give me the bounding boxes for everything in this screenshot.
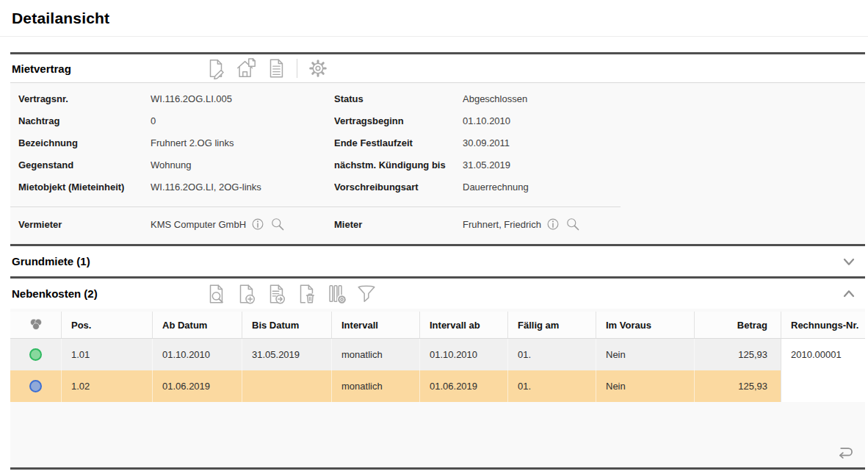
detail-view-page: Detailansicht Mietvertrag [0, 0, 868, 474]
parties-row: Vermieter KMS Computer GmbH Mieter Fruhn… [10, 207, 865, 241]
column-header[interactable]: Betrag [695, 312, 781, 338]
field-value: 0 [151, 110, 334, 132]
mietvertrag-body: Vertragsnr. WI.116.2OG.LI.005 Status Abg… [10, 83, 865, 244]
grundmiete-section-title: Grundmiete (1) [10, 255, 90, 267]
document-add-icon[interactable] [234, 282, 258, 306]
cell-ab-datum: 01.10.2010 [153, 339, 242, 370]
vermieter-label: Vermieter [18, 219, 151, 230]
table-header-row: Pos. Ab Datum Bis Datum Intervall Interv… [10, 312, 865, 339]
table-row-selected[interactable]: 1.02 01.06.2019 monatlich 01.06.2019 01.… [10, 370, 865, 402]
column-settings-icon[interactable] [325, 282, 348, 306]
column-header[interactable]: Ab Datum [153, 312, 242, 338]
document-copy-icon[interactable] [264, 282, 288, 306]
field-label: Mietobjekt (Mieteinheit) [18, 176, 151, 198]
cell-faellig-am: 01. [508, 370, 596, 402]
field-label: Vertragsbeginn [334, 110, 463, 132]
vermieter-value: KMS Computer GmbH [151, 219, 246, 230]
field-label: Vorschreibungsart [334, 176, 463, 198]
field-label: Vertragsnr. [18, 88, 151, 110]
cell-pos: 1.02 [62, 370, 153, 402]
field-label: Bezeichnung [18, 132, 151, 154]
cell-intervall-ab: 01.06.2019 [420, 370, 508, 402]
document-icon[interactable] [264, 57, 288, 80]
info-icon[interactable] [250, 216, 266, 232]
search-icon[interactable] [565, 216, 581, 232]
field-label: nächstm. Kündigung bis [334, 154, 463, 176]
field-value: 30.09.2011 [463, 132, 865, 154]
field-value: Abgeschlossen [463, 88, 865, 110]
field-value: WI.116.2OG.LI.005 [151, 88, 334, 110]
info-icon[interactable] [545, 216, 561, 232]
cell-rechnungs-nr: 2010.00001 [781, 339, 865, 370]
cell-betrag: 125,93 [695, 339, 781, 370]
cell-pos: 1.01 [62, 339, 153, 370]
nebenkosten-section-title: Nebenkosten (2) [10, 287, 98, 300]
document-search-icon[interactable] [204, 282, 228, 306]
mieter-label: Mieter [334, 219, 463, 230]
field-value: 31.05.2019 [463, 154, 865, 176]
status-cluster-icon [28, 317, 44, 333]
field-label: Ende Festlaufzeit [334, 132, 463, 154]
page-title: Detailansicht [12, 10, 109, 27]
column-header[interactable]: Im Voraus [596, 312, 695, 338]
toolbar-divider [297, 59, 297, 78]
nebenkosten-toolbar [204, 279, 378, 309]
status-dot [29, 380, 42, 392]
gear-icon[interactable] [306, 57, 330, 80]
field-label: Status [334, 88, 463, 110]
cell-bis-datum [242, 370, 332, 402]
page-header: Detailansicht [0, 0, 868, 37]
mieter-value: Fruhnert, Friedrich [463, 219, 541, 230]
column-header[interactable]: Intervall ab [420, 312, 508, 338]
nebenkosten-table: Pos. Ab Datum Bis Datum Intervall Interv… [10, 312, 865, 402]
status-dot [29, 348, 42, 361]
column-header[interactable]: Intervall [332, 312, 420, 338]
status-cell [10, 370, 62, 402]
mietvertrag-section-header: Mietvertrag [10, 54, 865, 82]
cell-ab-datum: 01.06.2019 [153, 370, 242, 402]
field-label: Nachtrag [18, 110, 151, 132]
cell-intervall: monatlich [332, 339, 420, 370]
column-header[interactable]: Pos. [62, 312, 153, 338]
mietvertrag-toolbar [204, 54, 330, 82]
filter-icon[interactable] [355, 282, 378, 306]
cell-betrag: 125,93 [695, 370, 781, 402]
search-icon[interactable] [270, 216, 286, 232]
field-value: Fruhnert 2.OG links [151, 132, 334, 154]
return-icon[interactable] [834, 441, 856, 463]
field-value: 01.10.2010 [463, 110, 865, 132]
mietvertrag-section-title: Mietvertrag [10, 62, 71, 75]
chevron-down-icon[interactable] [840, 253, 858, 270]
field-value: Wohnung [151, 154, 334, 176]
cell-rechnungs-nr [781, 370, 865, 402]
cell-im-voraus: Nein [596, 370, 695, 402]
nebenkosten-body: Pos. Ab Datum Bis Datum Intervall Interv… [10, 309, 865, 467]
cell-intervall: monatlich [332, 370, 420, 402]
cell-bis-datum: 31.05.2019 [242, 339, 332, 370]
status-column-header [10, 312, 62, 338]
mieter-value-group: Fruhnert, Friedrich [463, 216, 865, 232]
chevron-up-icon[interactable] [840, 285, 858, 303]
edit-document-icon[interactable] [204, 57, 228, 80]
field-value: WI.116.2OG.LI, 2OG-links [151, 176, 334, 198]
mietvertrag-fields: Vertragsnr. WI.116.2OG.LI.005 Status Abg… [10, 88, 865, 198]
cell-im-voraus: Nein [596, 339, 695, 370]
cell-faellig-am: 01. [508, 339, 596, 370]
column-header[interactable]: Fällig am [508, 312, 596, 338]
table-row[interactable]: 1.01 01.10.2010 31.05.2019 monatlich 01.… [10, 339, 865, 370]
field-value: Dauerrechnung [463, 176, 865, 198]
vermieter-value-group: KMS Computer GmbH [151, 216, 334, 232]
column-header[interactable]: Bis Datum [242, 312, 332, 338]
field-label: Gegenstand [18, 154, 151, 176]
status-cell [10, 339, 62, 370]
home-document-icon[interactable] [234, 57, 258, 80]
grundmiete-section-header[interactable]: Grundmiete (1) [10, 246, 865, 276]
nebenkosten-section-header: Nebenkosten (2) [10, 279, 865, 309]
document-delete-icon[interactable] [294, 282, 318, 306]
cell-intervall-ab: 01.10.2010 [420, 339, 508, 370]
column-header[interactable]: Rechnungs-Nr. [781, 312, 865, 338]
